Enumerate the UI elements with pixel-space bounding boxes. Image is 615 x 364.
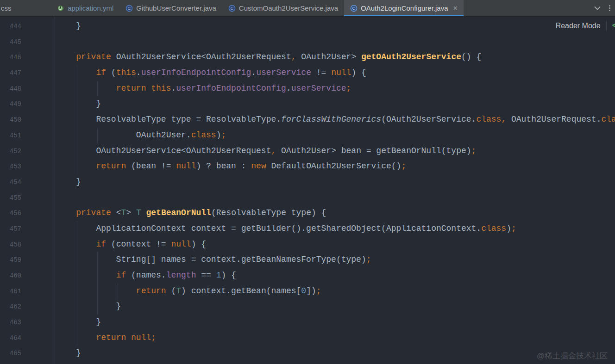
code-line[interactable]: 450 ResolvableType type = ResolvableType… (0, 112, 615, 128)
code-line[interactable]: 457 ApplicationContext context = getBuil… (0, 221, 615, 237)
line-number[interactable]: 446 (0, 50, 21, 66)
svg-text:C: C (230, 6, 233, 11)
line-number[interactable]: 447 (0, 66, 21, 81)
java-class-icon: C (126, 5, 133, 12)
svg-text:C: C (128, 6, 131, 11)
code-line[interactable]: 462 } (0, 299, 615, 315)
code-line[interactable]: 465 } (0, 345, 615, 361)
code-line-text: return (bean != null) ? bean : new Defau… (56, 161, 406, 171)
line-number[interactable]: 455 (0, 191, 21, 206)
chevron-down-icon[interactable] (594, 6, 601, 10)
line-number[interactable]: 453 (0, 159, 21, 175)
tab-label: CustomOauth2UserService.java (239, 4, 338, 12)
java-class-icon: C (350, 5, 358, 12)
line-number[interactable]: 449 (0, 97, 21, 112)
floating-editor-toolbar: Reader Mode < (556, 20, 615, 31)
code-line[interactable]: 455 (0, 190, 615, 206)
code-line-text: } (56, 177, 81, 186)
tab-label: GithubUserConverter.java (136, 4, 216, 12)
line-number[interactable]: 460 (0, 268, 21, 284)
spring-boot-icon (57, 5, 64, 12)
code-area[interactable]: 444 }445446 private OAuth2UserService<OA… (0, 19, 615, 361)
code-line[interactable]: 446 private OAuth2UserService<OAuth2User… (0, 49, 615, 65)
clipped-tab-fragment[interactable]: css (0, 0, 51, 16)
code-line[interactable]: 458 if (context != null) { (0, 237, 615, 253)
line-number[interactable]: 451 (0, 128, 21, 144)
line-number[interactable]: 456 (0, 206, 21, 222)
tab-label: application.yml (68, 4, 113, 12)
close-icon[interactable]: × (453, 5, 458, 12)
line-number[interactable]: 450 (0, 112, 21, 128)
code-line-text: if (context != null) { (56, 240, 206, 249)
code-line-text: if (names.length == 1) { (56, 271, 236, 280)
code-line-text: } (56, 348, 81, 358)
watermark: @稀土掘金技术社区 (537, 351, 608, 361)
code-line[interactable]: 460 if (names.length == 1) { (0, 268, 615, 284)
code-line[interactable]: 452 OAuth2UserService<OAuth2UserRequest,… (0, 143, 615, 159)
code-line-text: OAuth2UserService<OAuth2UserRequest, OAu… (56, 146, 476, 155)
line-number[interactable]: 465 (0, 346, 21, 362)
editor-tab-bar: css application.ymlCGithubUserConverter.… (0, 0, 615, 17)
code-vision-icon[interactable]: < (612, 21, 615, 31)
line-number[interactable]: 463 (0, 315, 21, 331)
tab-githubuserconverter-java[interactable]: CGithubUserConverter.java (119, 0, 222, 16)
code-line-text: } (56, 317, 101, 327)
code-line[interactable]: 453 return (bean != null) ? bean : new D… (0, 159, 615, 174)
tab-bar-actions (591, 0, 615, 16)
code-editor[interactable]: 444 }445446 private OAuth2UserService<OA… (0, 17, 615, 364)
more-options-icon[interactable] (609, 5, 610, 11)
line-number[interactable]: 448 (0, 81, 21, 97)
code-line[interactable]: 444 } (0, 19, 615, 34)
code-line[interactable]: 461 return (T) context.getBean(names[0])… (0, 284, 615, 299)
tab-application-yml[interactable]: application.yml (51, 0, 119, 16)
code-line[interactable]: 448 return this.userInfoEndpointConfig.u… (0, 81, 615, 97)
line-number[interactable]: 452 (0, 144, 21, 160)
code-line-text: if (this.userInfoEndpointConfig.userServ… (56, 68, 366, 77)
tab-customoauth2userservice-java[interactable]: CCustomOauth2UserService.java (222, 0, 344, 16)
line-number[interactable]: 462 (0, 299, 21, 315)
code-line[interactable]: 445 (0, 34, 615, 50)
line-number[interactable]: 457 (0, 222, 21, 237)
line-number[interactable]: 459 (0, 253, 21, 268)
code-line[interactable]: 459 String[] names = context.getBeanName… (0, 252, 615, 268)
tab-defaultoauth2userservice-java[interactable]: COAuth2LoginConfigurer.java× (344, 0, 464, 16)
code-line-text: return (T) context.getBean(names[0]); (56, 286, 321, 296)
reader-mode-toggle[interactable]: Reader Mode (556, 22, 601, 30)
line-number[interactable]: 445 (0, 35, 21, 50)
code-line-text: return this.userInfoEndpointConfig.userS… (56, 84, 351, 93)
code-line-text: OAuth2User.class); (56, 130, 226, 140)
svg-text:C: C (352, 6, 356, 11)
line-number[interactable]: 454 (0, 175, 21, 191)
line-number[interactable]: 461 (0, 284, 21, 300)
code-line[interactable]: 447 if (this.userInfoEndpointConfig.user… (0, 65, 615, 81)
code-line[interactable]: 456 private <T> T getBeanOrNull(Resolvab… (0, 205, 615, 221)
code-line-text: private <T> T getBeanOrNull(ResolvableTy… (56, 208, 326, 217)
code-line-text: return null; (56, 333, 156, 342)
code-line[interactable]: 451 OAuth2User.class); (0, 128, 615, 143)
code-line-text: } (56, 302, 121, 311)
code-line-text: } (56, 21, 81, 31)
code-line[interactable]: 464 return null; (0, 330, 615, 346)
code-line-text: ResolvableType type = ResolvableType.for… (56, 115, 615, 124)
toolbar-divider (606, 21, 607, 31)
line-number[interactable]: 464 (0, 331, 21, 346)
java-class-icon: C (228, 5, 236, 12)
code-line[interactable]: 449 } (0, 96, 615, 112)
code-line[interactable]: 463 } (0, 315, 615, 330)
code-line-text: ApplicationContext context = getBuilder(… (56, 224, 516, 233)
code-line-text: } (56, 99, 101, 108)
tab-label: OAuth2LoginConfigurer.java (361, 4, 448, 12)
code-line-text: String[] names = context.getBeanNamesFor… (56, 255, 371, 264)
code-line[interactable]: 454 } (0, 174, 615, 190)
clipped-tab-label: css (1, 4, 12, 12)
line-number[interactable]: 458 (0, 237, 21, 253)
code-line-text: private OAuth2UserService<OAuth2UserRequ… (56, 52, 481, 62)
line-number[interactable]: 444 (0, 19, 21, 35)
